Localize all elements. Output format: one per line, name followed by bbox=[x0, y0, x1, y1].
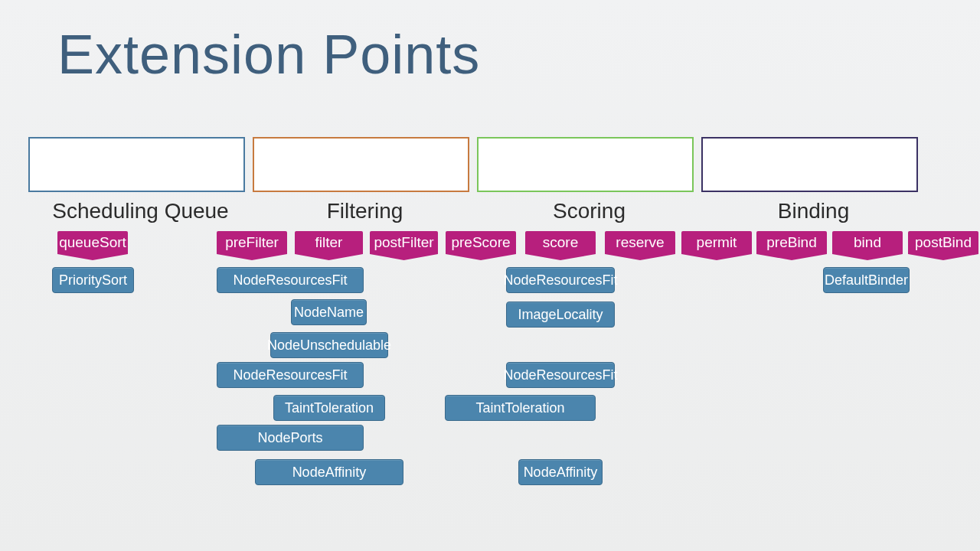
extension-point: preScore bbox=[446, 231, 516, 254]
phase-label: Binding bbox=[701, 199, 926, 223]
phase-label: Scheduling Queue bbox=[28, 199, 253, 223]
extension-point: queueSort bbox=[57, 231, 128, 254]
phase-box bbox=[253, 137, 469, 192]
plugin-box: NodeName bbox=[291, 299, 367, 325]
extension-point: permit bbox=[681, 231, 752, 254]
extension-point: filter bbox=[295, 231, 363, 254]
extension-point: postFilter bbox=[370, 231, 438, 254]
plugin-box: NodeResourcesFit bbox=[506, 362, 615, 388]
plugin-box: NodeAffinity bbox=[518, 459, 603, 485]
page-title: Extension Points bbox=[57, 23, 480, 86]
extension-point: postBind bbox=[908, 231, 978, 254]
plugin-box: DefaultBinder bbox=[823, 267, 910, 293]
plugin-box: ImageLocality bbox=[506, 302, 615, 328]
extension-point: reserve bbox=[605, 231, 675, 254]
plugin-box: NodeAffinity bbox=[255, 459, 403, 485]
phase-label: Scoring bbox=[477, 199, 701, 223]
phase-label-row: Scheduling QueueFilteringScoringBinding bbox=[28, 199, 926, 223]
plugin-box: NodeResourcesFit bbox=[217, 267, 364, 293]
phase-box bbox=[477, 137, 694, 192]
extension-point: bind bbox=[832, 231, 903, 254]
phase-box-row bbox=[28, 137, 918, 192]
extension-point: score bbox=[525, 231, 596, 254]
plugin-box: TaintToleration bbox=[273, 395, 385, 421]
plugin-box: PrioritySort bbox=[52, 267, 134, 293]
extension-point: preFilter bbox=[217, 231, 287, 254]
plugin-box: NodeUnschedulable bbox=[270, 332, 388, 358]
plugin-box: TaintToleration bbox=[445, 395, 596, 421]
phase-label: Filtering bbox=[253, 199, 477, 223]
extension-point: preBind bbox=[756, 231, 827, 254]
plugin-box: NodeResourcesFit bbox=[217, 362, 364, 388]
extension-point-row: queueSortpreFilterfilterpostFilterpreSco… bbox=[0, 231, 980, 260]
phase-box bbox=[28, 137, 245, 192]
plugin-box: NodeResourcesFit bbox=[506, 267, 615, 293]
phase-box bbox=[701, 137, 918, 192]
plugin-box: NodePorts bbox=[217, 425, 364, 451]
